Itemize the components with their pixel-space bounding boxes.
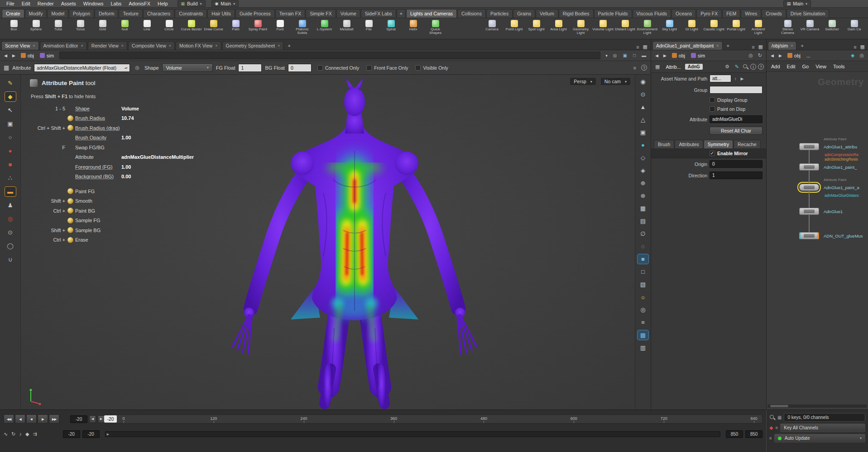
layout-dropdown[interactable]: ◉ Main ▾ xyxy=(211,0,239,7)
scrollbar-handle[interactable] xyxy=(770,405,788,407)
network-menu-go[interactable]: Go xyxy=(802,64,809,69)
location-pin-icon[interactable]: ◎ xyxy=(133,65,141,71)
shelf-tool-vr-camera[interactable]: VR Camera xyxy=(799,19,821,39)
shelf-tool-line[interactable]: Line xyxy=(136,19,158,39)
paint-on-display-checkbox[interactable] xyxy=(710,106,715,112)
primitive-snap-icon[interactable]: ⊗ xyxy=(638,191,648,200)
network-node-adn-out-gluemus[interactable] xyxy=(799,232,819,239)
shelf-tool-platonic-solids[interactable]: Platonic Solids xyxy=(291,19,313,39)
op-tab-adnglue[interactable]: AdnG xyxy=(685,64,703,70)
folder-tab-attributes[interactable]: Attributes xyxy=(675,140,703,148)
shelf-tab-texture[interactable]: Texture xyxy=(119,9,142,18)
previous-key-button[interactable]: ◀ xyxy=(89,415,96,423)
op-grid-menu-icon[interactable]: ▦ xyxy=(653,64,662,70)
global-end-field[interactable]: 850 xyxy=(745,430,762,438)
jump-to-end-button[interactable]: ▶▶ xyxy=(49,414,59,423)
shelf-tab-sidefx-labs[interactable]: SideFX Labs xyxy=(361,9,396,18)
keyframe-options-icon[interactable]: ≡ xyxy=(775,425,778,430)
group-field[interactable] xyxy=(710,86,762,94)
pan-tool-icon[interactable]: ⊙ xyxy=(638,90,648,99)
snapshot-icon[interactable]: ▩ xyxy=(638,330,648,340)
pin-pane-icon[interactable]: ◎ xyxy=(747,52,755,58)
menu-render[interactable]: Render xyxy=(34,0,58,7)
pane-split-icon[interactable]: ▦ xyxy=(641,44,649,50)
material-shading-icon[interactable]: ▧ xyxy=(638,280,648,289)
back-button[interactable]: ◀ xyxy=(2,53,9,58)
fg-float-field[interactable]: 1 xyxy=(238,64,262,72)
pane-tab-scene-view[interactable]: Scene View× xyxy=(1,41,39,50)
pane-split-icon[interactable]: ▦ xyxy=(858,44,867,50)
path-obj-chip[interactable]: obj xyxy=(670,52,687,59)
back-button[interactable]: ◀ xyxy=(653,53,660,58)
shelf-tool-path[interactable]: Path xyxy=(225,19,247,39)
shelf-tab-fem[interactable]: FEM xyxy=(722,9,740,18)
desktop-layout-right-dropdown[interactable]: ▤ Main ▾ xyxy=(783,0,811,7)
new-pane-tab-button[interactable]: + xyxy=(284,42,293,50)
checkbox-front-face-only[interactable] xyxy=(366,65,372,71)
network-node-adnglue1-attribu[interactable] xyxy=(799,143,819,150)
pane-tab-motion-fx-view[interactable]: Motion FX View× xyxy=(176,41,221,50)
select-arrow-icon[interactable]: ↖ xyxy=(5,105,16,115)
shelf-tool-quick-shapes[interactable]: Quick Shapes xyxy=(424,19,446,39)
shelf-tab-grains[interactable]: Grains xyxy=(513,9,535,18)
attribute-name-field[interactable]: adnMaxGlueDi xyxy=(710,115,762,123)
shelf-tab-viscous-fluids[interactable]: Viscous Fluids xyxy=(633,9,671,18)
update-options-icon[interactable]: ≡ xyxy=(769,436,772,441)
shelf-tool-point-light[interactable]: Point Light xyxy=(503,19,525,39)
search-icon[interactable] xyxy=(743,64,748,70)
brush-icon[interactable]: ✎ xyxy=(733,64,741,70)
playhead-frame-badge[interactable]: -20 xyxy=(104,415,117,423)
magnifier-icon[interactable] xyxy=(769,414,775,420)
shelf-tool-circle[interactable]: Circle xyxy=(158,19,180,39)
play-button[interactable]: ▶ xyxy=(38,414,48,423)
shelf-tool-ambient-light[interactable]: Ambient Light xyxy=(747,19,769,39)
shelf-tool-area-light[interactable]: Area Light xyxy=(547,19,570,39)
global-start-field[interactable]: -20 xyxy=(63,430,80,438)
shelf-tab-wires[interactable]: Wires xyxy=(741,9,761,18)
help-icon[interactable]: ? xyxy=(641,65,647,71)
close-tab-icon[interactable]: × xyxy=(278,43,280,48)
close-tab-icon[interactable]: × xyxy=(791,43,793,48)
stepper-icon[interactable]: ▴▾ xyxy=(125,67,127,69)
pane-menu-icon[interactable]: ≡ xyxy=(852,44,858,50)
display-sliders-icon[interactable]: ≡ xyxy=(632,65,638,71)
menu-labs[interactable]: Labs xyxy=(107,0,125,7)
point-snap-icon[interactable]: ⊕ xyxy=(638,178,648,188)
circle-select-icon[interactable]: ◯ xyxy=(5,241,16,251)
recook-icon[interactable]: ↻ xyxy=(756,52,764,58)
paint-tool-grid-icon[interactable]: ▦ xyxy=(4,64,9,71)
tab-adnglue1-paint-attribpaint[interactable]: AdnGlue1_paint_attribpaint × xyxy=(652,41,723,50)
pane-split-icon[interactable]: ▦ xyxy=(757,44,765,50)
help-icon[interactable]: ? xyxy=(758,64,764,70)
attribute-field[interactable]: adnMaxGlueDistanceMultiplier (Float) ▴▾ xyxy=(34,64,130,72)
folder-tab-symmetry[interactable]: Symmetry xyxy=(704,140,733,148)
shelf-tool-spray-paint[interactable]: Spray Paint xyxy=(247,19,269,39)
shelf-tab-crowds[interactable]: Crowds xyxy=(762,9,786,18)
close-tab-icon[interactable]: × xyxy=(169,43,171,48)
set-key-icon[interactable]: ◆ xyxy=(25,431,29,437)
headlight-icon[interactable]: ☼ xyxy=(638,292,648,302)
forward-button[interactable]: ▶ xyxy=(777,53,784,58)
null-display-icon[interactable]: ∅ xyxy=(638,229,648,238)
secure-selection-icon[interactable]: ▣ xyxy=(5,119,16,128)
expand-icon[interactable]: ▶ xyxy=(740,76,745,81)
network-node-adnglue1[interactable] xyxy=(799,208,819,215)
path-sim-chip[interactable]: sim xyxy=(689,52,707,59)
shelf-tool-gi-light[interactable]: GI Light xyxy=(681,19,703,39)
menu-file[interactable]: File xyxy=(3,0,18,7)
display-group-checkbox[interactable] xyxy=(710,97,715,103)
folder-tab-brush[interactable]: Brush xyxy=(654,140,674,148)
current-frame-field[interactable]: -20 xyxy=(70,415,87,423)
shaded-mode-icon[interactable]: ■ xyxy=(638,254,648,264)
snap-options-icon[interactable]: ◇ xyxy=(638,153,648,162)
shelf-tool-metaball[interactable]: Metaball xyxy=(336,19,358,39)
menu-help[interactable]: Help xyxy=(154,0,172,7)
brush-ring-icon[interactable]: ○ xyxy=(5,133,16,142)
path-dropdown-icon[interactable]: ▾ xyxy=(604,53,609,58)
torus-brush-icon[interactable]: ◎ xyxy=(5,214,16,224)
pane-tab-geometry-spreadsheet[interactable]: Geometry Spreadsheet× xyxy=(222,41,284,50)
next-key-button[interactable]: ▶ xyxy=(98,415,105,423)
path-obj-chip[interactable]: obj xyxy=(785,52,803,59)
shelf-tab-model[interactable]: Model xyxy=(47,9,68,18)
shelf-tool-null[interactable]: Null xyxy=(114,19,136,39)
